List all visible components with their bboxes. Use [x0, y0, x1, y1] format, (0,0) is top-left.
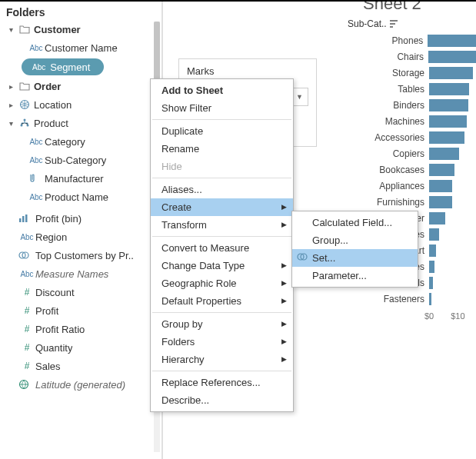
folder-product[interactable]: ▾Product [6, 114, 158, 132]
menu-item-duplicate[interactable]: Duplicate [151, 122, 293, 140]
field-product-name[interactable]: AbcProduct Name [6, 188, 158, 206]
bar-row[interactable]: Accessories [341, 129, 476, 145]
bar-label: Appliances [341, 181, 429, 191]
bar-row[interactable]: Chairs [341, 48, 476, 65]
menu-item-change-data-type[interactable]: Change Data Type [151, 257, 293, 274]
bar-row[interactable]: Tables [341, 81, 476, 97]
field-manufacturer[interactable]: Manufacturer [6, 169, 158, 188]
bar-row[interactable]: Copiers [341, 145, 476, 161]
axis-tick: $0 [424, 311, 434, 321]
field-quantity[interactable]: #Quantity [6, 338, 158, 357]
field-measure-names[interactable]: AbcMeasure Names [6, 264, 158, 283]
bar [429, 180, 452, 192]
menu-separator [152, 119, 291, 120]
menu-item-hide: Hide [151, 158, 293, 175]
menu-item-geographic-role[interactable]: Geographic Role [151, 274, 293, 292]
folder-icon [18, 81, 31, 91]
field-profit-bin-[interactable]: Profit (bin) [6, 209, 158, 228]
sort-icon[interactable] [387, 19, 400, 28]
header-label: Sub-Cat.. [341, 18, 387, 29]
bar-row[interactable]: Fasteners [341, 291, 476, 307]
field-sales[interactable]: #Sales [6, 357, 158, 375]
svg-rect-5 [22, 216, 25, 222]
bar [429, 196, 452, 208]
field-customer-name[interactable]: AbcCustomer Name [6, 38, 158, 57]
menu-item-show-filter[interactable]: Show Filter [151, 99, 293, 117]
menu-item-convert-to-measure[interactable]: Convert to Measure [151, 239, 293, 257]
bar [429, 67, 473, 79]
bar-label: Furnishings [341, 197, 429, 208]
menu-item-replace-references[interactable]: Replace References... [151, 374, 293, 391]
submenu-item-calculated-field[interactable]: Calculated Field... [292, 214, 418, 231]
bar-row[interactable]: Phones [341, 32, 476, 48]
menu-item-create[interactable]: Create [151, 198, 293, 216]
set-icon [18, 251, 35, 260]
bar [428, 51, 476, 63]
menu-item-group-by[interactable]: Group by [151, 315, 293, 333]
bar [429, 277, 433, 289]
hierarchy-icon [18, 118, 31, 128]
folder-order[interactable]: ▸Order [6, 77, 158, 95]
field-segment[interactable]: AbcSegment [6, 57, 158, 77]
field-tree: ▾CustomerAbcCustomer NameAbcSegment▸Orde… [0, 20, 158, 394]
bar [429, 148, 459, 160]
bar-label: Storage [341, 68, 429, 78]
bar [429, 228, 439, 241]
bar-label: Binders [341, 100, 429, 111]
menu-separator [152, 371, 291, 371]
menu-item-describe[interactable]: Describe... [151, 391, 293, 409]
bar-row[interactable]: Binders [341, 97, 476, 113]
field-profit-ratio[interactable]: #Profit Ratio [6, 320, 158, 338]
bar-label: Fasteners [341, 294, 429, 304]
bar [429, 99, 468, 111]
submenu-item-set[interactable]: Set... [292, 249, 418, 267]
bar-label: Bookcases [341, 165, 429, 175]
context-menu: Add to SheetShow FilterDuplicateRenameHi… [150, 78, 294, 412]
bar [429, 293, 431, 305]
data-panel: Folders ▾CustomerAbcCustomer NameAbcSegm… [0, 2, 158, 459]
paperclip-icon [28, 173, 45, 184]
bar-label: Accessories [341, 132, 429, 143]
x-axis: $0 $10 [341, 307, 476, 321]
menu-item-default-properties[interactable]: Default Properties [151, 292, 293, 310]
set-icon [297, 252, 308, 263]
bar [429, 212, 445, 225]
globe-icon [18, 379, 35, 390]
field-discount[interactable]: #Discount [6, 283, 158, 301]
menu-item-hierarchy[interactable]: Hierarchy [151, 351, 293, 368]
geo-icon [18, 99, 31, 110]
bar-label: Chairs [341, 52, 428, 62]
svg-rect-4 [19, 218, 22, 222]
context-submenu: Calculated Field...Group...Set...Paramet… [291, 211, 418, 288]
field-sub-category[interactable]: AbcSub-Category [6, 151, 158, 169]
submenu-item-group[interactable]: Group... [292, 231, 418, 249]
bar-row[interactable]: Storage [341, 65, 476, 81]
folder-customer[interactable]: ▾Customer [6, 20, 158, 38]
menu-item-aliases[interactable]: Aliases... [151, 181, 293, 198]
bar-row[interactable]: Bookcases [341, 161, 476, 178]
field-profit[interactable]: #Profit [6, 301, 158, 320]
folder-location[interactable]: ▸Location [6, 95, 158, 114]
field-latitude-generated-[interactable]: Latitude (generated) [6, 375, 158, 394]
menu-item-add-to-sheet[interactable]: Add to Sheet [151, 81, 293, 99]
field-region[interactable]: AbcRegion [6, 228, 158, 246]
bar [429, 131, 464, 144]
menu-separator [152, 312, 291, 313]
menu-item-rename[interactable]: Rename [151, 140, 293, 158]
bar-label: Machines [341, 116, 429, 127]
bar-label: Copiers [341, 148, 429, 159]
submenu-item-parameter[interactable]: Parameter... [292, 267, 418, 284]
menu-item-transform[interactable]: Transform [151, 216, 293, 234]
bin-icon [18, 214, 35, 223]
bar [428, 35, 476, 47]
folder-icon [18, 25, 31, 34]
sheet-title: Sheet 2 [341, 0, 476, 18]
bar-row[interactable]: Machines [341, 113, 476, 129]
field-category[interactable]: AbcCategory [6, 132, 158, 151]
bar-label: Phones [341, 35, 428, 46]
bar-row[interactable]: Appliances [341, 178, 476, 194]
menu-item-folders[interactable]: Folders [151, 333, 293, 351]
bar-label: Tables [341, 84, 429, 95]
bar-row[interactable]: Furnishings [341, 194, 476, 210]
field-top-customers-by-pr-[interactable]: Top Customers by Pr.. [6, 246, 158, 264]
